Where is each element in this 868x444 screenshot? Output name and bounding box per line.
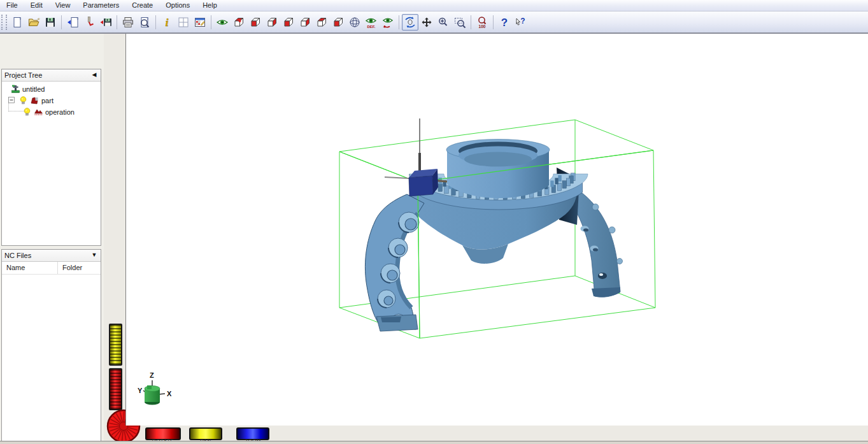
menu-create[interactable]: Create	[125, 1, 159, 10]
wireframe-sphere-button[interactable]	[346, 14, 363, 31]
machine-icon	[11, 84, 20, 95]
view-previous-button[interactable]	[380, 14, 396, 31]
report-window-icon	[194, 16, 206, 29]
help-icon: ?	[498, 16, 511, 29]
save-button[interactable]	[42, 14, 59, 31]
rotate-mode-button[interactable]	[402, 14, 418, 31]
view-cube-left-icon	[282, 16, 295, 29]
new-document-button[interactable]	[9, 14, 25, 31]
print-button[interactable]	[120, 14, 136, 31]
view-cube-front-button[interactable]	[247, 14, 264, 31]
load-part-button[interactable]	[64, 14, 81, 31]
view-cube-right-button[interactable]	[297, 14, 313, 31]
zoom-100-icon: 100	[476, 16, 488, 29]
view-cube-iso-icon	[232, 16, 245, 29]
tree-node-label: untitled	[22, 85, 45, 93]
menu-help[interactable]: Help	[196, 1, 224, 10]
open-folder-button[interactable]	[25, 14, 42, 31]
project-tree-collapse-button[interactable]: ◀	[91, 71, 97, 78]
print-preview-button[interactable]	[136, 14, 153, 31]
visibility-bulb-icon[interactable]	[18, 96, 28, 106]
main-toolbar: iDEF.100??	[0, 11, 868, 34]
viewport-3d[interactable]: Z Y X	[125, 34, 868, 426]
show-hide-eye-icon	[216, 16, 229, 29]
help-button[interactable]: ?	[496, 14, 513, 31]
nc-files-collapse-button[interactable]: ▼	[91, 252, 97, 258]
define-tool-button[interactable]	[81, 14, 97, 31]
view-cube-back-button[interactable]	[264, 14, 280, 31]
nc-column-name[interactable]: Name	[2, 262, 58, 274]
project-tree-panel: Project Tree ◀ untitledpartoperation	[1, 69, 101, 246]
save-part-button[interactable]	[97, 14, 114, 31]
view-cube-bottom-button[interactable]	[330, 14, 346, 31]
toolbar-separator	[399, 15, 399, 29]
toolbar-separator	[117, 15, 117, 29]
context-help-icon: ?	[515, 16, 527, 29]
nc-files-panel: NC Files ▼ Name Folder	[1, 249, 101, 444]
visibility-bulb-icon[interactable]	[22, 107, 32, 118]
svg-text:?: ?	[520, 17, 525, 25]
window-bottom-edge	[0, 441, 868, 444]
svg-text:?: ?	[501, 17, 508, 29]
print-preview-icon	[138, 16, 151, 29]
load-part-icon	[66, 16, 79, 29]
context-help-button[interactable]: ?	[513, 14, 529, 31]
nc-column-folder[interactable]: Folder	[58, 262, 82, 274]
menu-bar: FileEditViewParametersCreateOptionsHelp	[0, 0, 868, 11]
nc-files-title: NC Files	[4, 252, 31, 259]
svg-text:DEF.: DEF.	[367, 24, 375, 28]
save-part-icon	[99, 16, 112, 29]
toolbar-separator	[471, 15, 471, 29]
tree-node-label: operation	[45, 108, 75, 116]
project-tree: untitledpartoperation	[2, 82, 101, 245]
view-cube-back-icon	[266, 16, 278, 29]
view-default-icon: DEF.	[365, 16, 378, 29]
info-button[interactable]: i	[159, 14, 175, 31]
zoom-100-button[interactable]: 100	[474, 14, 490, 31]
zoom-window-button[interactable]	[452, 14, 468, 31]
part-model	[365, 140, 622, 332]
menu-edit[interactable]: Edit	[24, 1, 49, 10]
define-tool-icon	[83, 16, 96, 29]
four-view-window-icon	[177, 16, 190, 29]
print-icon	[122, 16, 134, 29]
view-cube-iso-button[interactable]	[231, 14, 247, 31]
menu-file[interactable]: File	[0, 1, 24, 10]
tree-node-label: part	[41, 97, 53, 104]
operation-icon	[34, 107, 43, 118]
view-cube-top-button[interactable]	[313, 14, 330, 31]
menu-parameters[interactable]: Parameters	[76, 1, 125, 10]
tree-node-operation[interactable]: operation	[22, 107, 75, 117]
toolbar-grip[interactable]	[1, 15, 7, 30]
rotate-mode-icon	[404, 16, 416, 29]
tree-node-untitled[interactable]: untitled	[11, 84, 45, 94]
axis-triad: Z Y X	[138, 371, 172, 405]
nc-files-list	[2, 275, 101, 444]
toolbar-separator	[61, 15, 62, 29]
report-window-button[interactable]	[192, 14, 208, 31]
four-view-window-button[interactable]	[175, 14, 192, 31]
svg-text:i: i	[166, 17, 169, 29]
view-default-button[interactable]: DEF.	[363, 14, 380, 31]
pan-mode-icon	[420, 16, 433, 29]
new-document-icon	[11, 16, 24, 29]
tree-node-part[interactable]: part	[7, 96, 53, 106]
view-cube-left-button[interactable]	[280, 14, 297, 31]
save-icon	[44, 16, 57, 29]
toolbar-separator	[493, 15, 494, 29]
menu-options[interactable]: Options	[159, 1, 196, 10]
viewer-left-strip	[104, 34, 125, 426]
tree-expander-icon[interactable]	[7, 96, 17, 106]
pan-mode-button[interactable]	[418, 14, 435, 31]
menu-view[interactable]: View	[49, 1, 77, 10]
view-cube-top-icon	[315, 16, 328, 29]
zoom-mode-icon	[437, 16, 450, 29]
part-icon	[30, 96, 39, 106]
part-left-arm	[365, 194, 424, 331]
show-hide-eye-button[interactable]	[214, 14, 231, 31]
open-folder-icon	[27, 16, 40, 29]
toolbar-separator	[155, 15, 156, 29]
view-cube-front-icon	[249, 16, 262, 29]
nc-files-column-headers: Name Folder	[2, 262, 101, 275]
zoom-mode-button[interactable]	[435, 14, 452, 31]
